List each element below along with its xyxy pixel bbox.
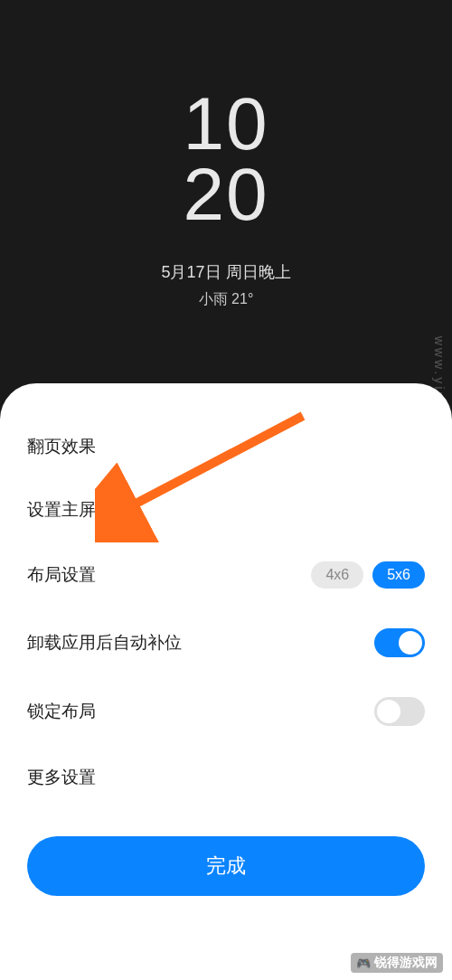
layout-label: 布局设置 bbox=[27, 563, 96, 587]
auto-fill-label: 卸载应用后自动补位 bbox=[27, 631, 182, 655]
layout-options: 4x6 5x6 bbox=[311, 561, 425, 589]
row-auto-fill: 卸载应用后自动补位 bbox=[27, 608, 425, 677]
row-more-settings[interactable]: 更多设置 bbox=[27, 746, 425, 809]
toggle-knob bbox=[377, 700, 400, 723]
watermark-side: www.yiruida.c bbox=[432, 335, 447, 448]
set-home-label: 设置主屏 bbox=[27, 498, 96, 522]
clock-minute: 20 bbox=[183, 159, 268, 230]
row-layout: 布局设置 4x6 5x6 bbox=[27, 542, 425, 608]
weather-line: 小雨 21° bbox=[199, 290, 254, 309]
lock-layout-label: 锁定布局 bbox=[27, 700, 96, 723]
lock-layout-toggle[interactable] bbox=[374, 697, 425, 726]
auto-fill-toggle[interactable] bbox=[374, 628, 425, 657]
more-settings-label: 更多设置 bbox=[27, 766, 96, 789]
layout-option-5x6[interactable]: 5x6 bbox=[372, 561, 425, 589]
homescreen-preview: 10 20 5月17日 周日晚上 小雨 21° bbox=[0, 0, 452, 398]
date-line: 5月17日 周日晚上 bbox=[161, 261, 290, 283]
row-set-home[interactable]: 设置主屏 bbox=[27, 478, 425, 542]
clock-widget: 10 20 bbox=[183, 89, 268, 230]
done-button[interactable]: 完成 bbox=[27, 836, 425, 896]
clock-hour: 10 bbox=[183, 89, 268, 159]
row-page-effect[interactable]: 翻页效果 bbox=[27, 415, 425, 478]
layout-option-4x6[interactable]: 4x6 bbox=[311, 561, 363, 589]
row-lock-layout: 锁定布局 bbox=[27, 677, 425, 746]
watermark-bottom: 锐得游戏网 bbox=[351, 953, 443, 973]
toggle-knob bbox=[399, 631, 422, 655]
page-effect-label: 翻页效果 bbox=[27, 435, 96, 458]
settings-panel: 翻页效果 设置主屏 布局设置 4x6 5x6 卸载应用后自动补位 锁定布局 更多… bbox=[0, 383, 452, 980]
